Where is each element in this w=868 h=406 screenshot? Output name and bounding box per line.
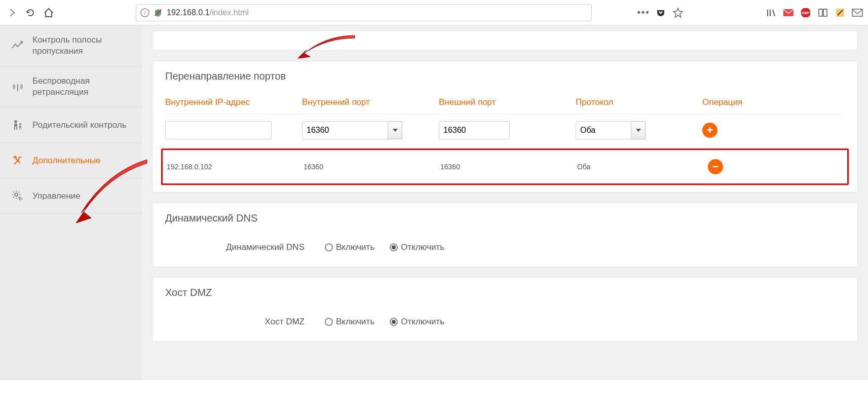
dmz-enable-option[interactable]: Включить — [325, 317, 374, 327]
pocket-icon[interactable] — [655, 7, 666, 18]
sidebar-item-wireless[interactable]: Беспроводная ретрансляция — [0, 66, 142, 107]
more-icon[interactable]: ••• — [638, 7, 649, 18]
info-icon[interactable]: i — [140, 8, 149, 17]
col-protocol: Протокол — [576, 97, 702, 107]
cell-external-port: 16360 — [440, 163, 577, 171]
reader-icon[interactable] — [817, 7, 828, 18]
sidebar-item-label: Управление — [32, 191, 81, 202]
forward-button[interactable] — [5, 6, 19, 20]
dmz-card: Хост DMZ Хост DMZ Включить Отключить — [152, 277, 858, 342]
svg-point-16 — [15, 193, 18, 196]
new-entry-row: + — [165, 114, 845, 146]
radio-icon — [390, 243, 398, 251]
content: Перенаправление портов Внутренний IP-адр… — [142, 25, 868, 380]
ext-icon[interactable] — [835, 7, 846, 18]
radio-icon — [325, 243, 333, 251]
ddns-disable-option[interactable]: Отключить — [390, 242, 444, 252]
card-title: Перенаправление портов — [153, 61, 857, 91]
svg-point-15 — [19, 123, 21, 125]
radio-icon — [390, 318, 398, 326]
col-operation: Операция — [702, 97, 753, 107]
url-text: 192.168.0.1/index.html — [167, 8, 587, 17]
sidebar-item-advanced[interactable]: Дополнительные — [0, 143, 142, 178]
tools-icon — [10, 153, 25, 168]
security-icon[interactable] — [154, 8, 163, 17]
card-title: Динамический DNS — [153, 203, 857, 233]
toolbar-icons: ••• ABP — [638, 7, 863, 18]
ddns-enable-option[interactable]: Включить — [325, 242, 374, 252]
protocol-select[interactable] — [576, 121, 631, 139]
svg-rect-12 — [852, 9, 862, 16]
dmz-row: Хост DMZ Включить Отключить — [153, 308, 857, 336]
protocol-dropdown[interactable] — [631, 121, 646, 139]
card-title: Хост DMZ — [153, 278, 857, 308]
browser-toolbar: i 192.168.0.1/index.html ••• ABP — [0, 0, 868, 25]
svg-point-17 — [19, 198, 21, 200]
cell-protocol: Оба — [577, 163, 704, 171]
sidebar-item-management[interactable]: Управление — [0, 178, 142, 214]
remove-rule-button[interactable]: − — [708, 159, 723, 174]
sidebar-item-label: Родительский контроль — [32, 120, 127, 131]
svg-text:i: i — [144, 10, 146, 16]
library-icon[interactable] — [766, 7, 777, 18]
col-external-port: Внешний порт — [439, 97, 576, 107]
radio-icon — [325, 318, 333, 326]
svg-rect-10 — [823, 9, 827, 16]
table-header: Внутренний IP-адрес Внутренний порт Внеш… — [165, 91, 845, 114]
svg-rect-9 — [819, 9, 822, 16]
ddns-label: Динамический DNS — [193, 242, 305, 252]
sidebar: Контроль полосы пропускания Беспроводная… — [0, 25, 142, 380]
external-port-input[interactable] — [439, 121, 510, 139]
spacer-card — [152, 30, 858, 51]
port-forwarding-card: Перенаправление портов Внутренний IP-адр… — [152, 61, 858, 193]
reload-button[interactable] — [23, 6, 37, 20]
add-rule-button[interactable]: + — [702, 123, 718, 138]
parental-icon — [10, 118, 25, 133]
cell-internal-port: 16360 — [304, 163, 440, 171]
bandwidth-icon — [10, 38, 25, 53]
url-bar[interactable]: i 192.168.0.1/index.html — [136, 4, 592, 21]
home-button[interactable] — [42, 6, 56, 20]
col-internal-port: Внутренний порт — [302, 97, 439, 107]
sidebar-item-label: Беспроводная ретрансляция — [32, 76, 132, 98]
internal-port-dropdown[interactable] — [388, 121, 402, 139]
wireless-icon — [10, 79, 25, 94]
svg-rect-6 — [783, 9, 794, 16]
sidebar-item-label: Контроль полосы пропускания — [32, 34, 132, 57]
dmz-disable-option[interactable]: Отключить — [390, 317, 444, 327]
cell-internal-ip: 192.168.0.102 — [167, 163, 304, 171]
mail-icon[interactable] — [783, 7, 794, 18]
sidebar-item-bandwidth[interactable]: Контроль полосы пропускания — [0, 25, 142, 66]
sidebar-item-label: Дополнительные — [32, 155, 101, 166]
internal-ip-input[interactable] — [165, 121, 272, 139]
ddns-row: Динамический DNS Включить Отключить — [153, 233, 857, 262]
star-icon[interactable] — [672, 7, 684, 18]
sidebar-item-parental[interactable]: Родительский контроль — [0, 107, 142, 143]
ddns-card: Динамический DNS Динамический DNS Включи… — [152, 203, 858, 267]
gear-icon — [10, 189, 25, 204]
svg-line-5 — [773, 10, 775, 16]
dmz-label: Хост DMZ — [193, 317, 305, 327]
svg-point-14 — [14, 120, 17, 123]
svg-text:ABP: ABP — [802, 11, 810, 15]
col-internal-ip: Внутренний IP-адрес — [165, 97, 302, 107]
internal-port-input[interactable] — [302, 121, 388, 139]
table-row: 192.168.0.102 16360 16360 Оба − — [161, 149, 849, 185]
abp-icon[interactable]: ABP — [800, 7, 811, 18]
gmail-icon[interactable] — [852, 7, 863, 18]
